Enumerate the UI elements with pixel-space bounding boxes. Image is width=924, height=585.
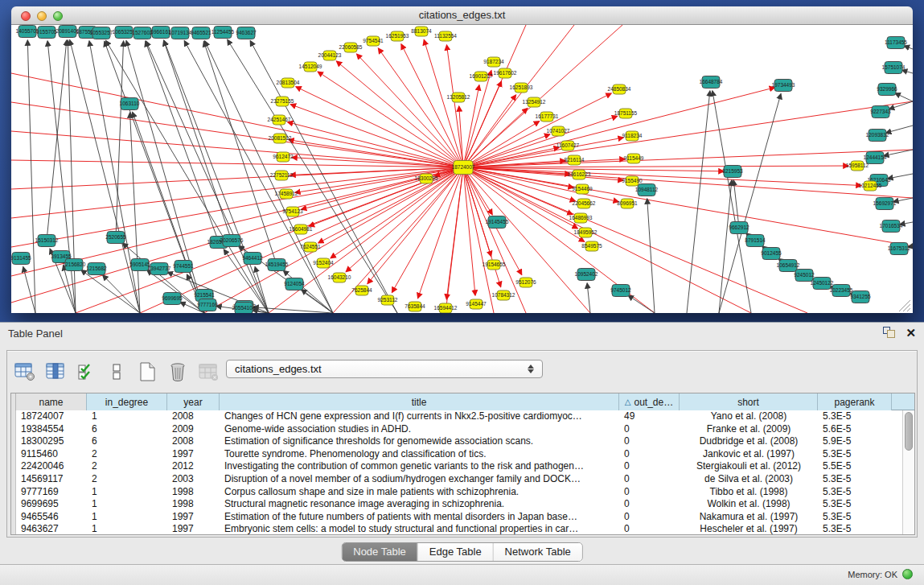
graph-edge[interactable]: [733, 180, 739, 228]
table-cell-year[interactable]: 2008: [167, 410, 220, 423]
table-cell-title[interactable]: Disruption of a novel member of a sodium…: [220, 473, 619, 486]
table-cell-name[interactable]: 19384554: [16, 423, 87, 436]
table-cell-name[interactable]: 18300295: [16, 435, 87, 448]
table-cell-pagerank[interactable]: 5.3E-5: [818, 498, 892, 511]
table-cell-short[interactable]: Franke et al. (2009): [680, 423, 818, 436]
table-cell-out_de[interactable]: 0: [619, 498, 680, 511]
graph-edge[interactable]: [283, 270, 333, 313]
graph-edge[interactable]: [290, 105, 463, 167]
graph-edge[interactable]: [446, 45, 463, 167]
table-cell-title[interactable]: Genome-wide association studies in ADHD.: [220, 423, 619, 436]
table-cell-pagerank[interactable]: 5.9E-5: [818, 435, 892, 448]
table-cell-title[interactable]: Corpus callosum shape and size in male p…: [220, 486, 619, 499]
graph-edge[interactable]: [647, 199, 655, 313]
graph-edge[interactable]: [11, 131, 463, 167]
table-cell-year[interactable]: 2009: [167, 423, 220, 436]
table-row[interactable]: 946554611997Estimation of the future num…: [11, 511, 914, 524]
graph-edge[interactable]: [463, 25, 622, 167]
graph-edge[interactable]: [164, 40, 232, 241]
table-cell-out_de[interactable]: 0: [619, 511, 680, 524]
table-cell-in_degree[interactable]: 1: [87, 410, 167, 423]
table-cell-name[interactable]: 18724007: [16, 410, 87, 423]
column-header-year[interactable]: year: [167, 393, 220, 410]
graph-edge[interactable]: [888, 174, 913, 179]
table-cell-year[interactable]: 1997: [167, 523, 220, 535]
graph-edge[interactable]: [463, 95, 516, 167]
table-cell-short[interactable]: Stergiakouli et al. (2012): [680, 460, 818, 473]
graph-edge[interactable]: [463, 88, 774, 167]
table-column-icon[interactable]: [43, 359, 68, 385]
table-cell-in_degree[interactable]: 2: [87, 448, 167, 461]
table-cell-title[interactable]: Estimation of significance thresholds fo…: [220, 435, 619, 448]
graph-edge[interactable]: [368, 167, 463, 284]
graph-edge[interactable]: [205, 41, 333, 313]
close-icon[interactable]: ✕: [906, 327, 916, 339]
graph-edge[interactable]: [401, 44, 463, 167]
table-cell-pagerank[interactable]: 5.3E-5: [818, 486, 892, 499]
table-cell-title[interactable]: Structural magnetic resonance image aver…: [220, 498, 619, 511]
graph-edge[interactable]: [463, 167, 577, 229]
table-cell-in_degree[interactable]: 6: [87, 435, 167, 448]
table-cell-title[interactable]: Investigating the contribution of common…: [220, 460, 619, 473]
table-row[interactable]: 911546021997Tourette syndrome. Phenomeno…: [11, 448, 914, 461]
graph-edge[interactable]: [446, 167, 463, 313]
graph-edge[interactable]: [302, 290, 333, 313]
tab-network-table[interactable]: Network Table: [494, 543, 582, 561]
scrollbar-thumb[interactable]: [905, 412, 913, 451]
table-cell-year[interactable]: 1997: [167, 448, 220, 461]
table-cell-name[interactable]: 9777169: [16, 486, 87, 499]
column-header-out_de[interactable]: △out_de…: [619, 393, 680, 410]
graph-edge[interactable]: [889, 101, 913, 109]
graph-edge[interactable]: [886, 126, 913, 133]
float-window-icon[interactable]: [883, 327, 896, 339]
graph-edge[interactable]: [463, 166, 848, 167]
table-cell-in_degree[interactable]: 1: [87, 498, 167, 511]
graph-edge[interactable]: [687, 91, 710, 313]
vertical-scrollbar[interactable]: [902, 410, 914, 534]
table-cell-short[interactable]: Jankovic et al. (1997): [680, 448, 818, 461]
graph-edge[interactable]: [463, 167, 913, 246]
row-checks-icon[interactable]: [73, 359, 99, 385]
graph-edge[interactable]: [23, 267, 35, 313]
table-cell-year[interactable]: 2008: [167, 435, 220, 448]
graph-edge[interactable]: [719, 94, 781, 313]
table-cell-in_degree[interactable]: 1: [87, 486, 167, 499]
graph-edge[interactable]: [587, 283, 590, 313]
table-cell-short[interactable]: de Silva et al. (2003): [680, 473, 818, 486]
graph-edge[interactable]: [463, 116, 618, 167]
table-cell-name[interactable]: 9465546: [16, 511, 87, 524]
network-canvas[interactable]: 1405570591557052089140618755021105532571…: [11, 25, 913, 313]
table-row[interactable]: 1830029562008Estimation of significance …: [11, 435, 914, 448]
graph-edge[interactable]: [318, 72, 463, 167]
graph-edge[interactable]: [81, 270, 140, 313]
graph-edge[interactable]: [336, 61, 463, 167]
table-cell-pagerank[interactable]: 5.3E-5: [818, 473, 892, 486]
table-row[interactable]: 1872400712008Changes of HCN gene express…: [11, 410, 914, 423]
table-cell-name[interactable]: 22420046: [16, 460, 87, 473]
graph-edge[interactable]: [424, 40, 463, 167]
table-cell-pagerank[interactable]: 5.3E-5: [818, 448, 892, 461]
table-cell-title[interactable]: Changes of HCN gene expression and I(f) …: [220, 410, 619, 423]
table-row[interactable]: 1456911722003Disruption of a novel membe…: [11, 473, 914, 486]
table-row[interactable]: 977716911998Corpus callosum shape and si…: [11, 486, 914, 499]
graph-edge[interactable]: [628, 295, 655, 313]
table-cell-year[interactable]: 1998: [167, 498, 220, 511]
table-cell-out_de[interactable]: 0: [619, 460, 680, 473]
column-header-name[interactable]: name: [16, 393, 87, 410]
table-cell-in_degree[interactable]: 2: [87, 473, 167, 486]
memory-status-indicator[interactable]: [902, 569, 913, 579]
table-cell-out_de[interactable]: 0: [619, 435, 680, 448]
table-cell-short[interactable]: Wolkin et al. (1998): [680, 498, 818, 511]
table-cell-year[interactable]: 2003: [167, 473, 220, 486]
table-cell-title[interactable]: Embryonic stem cells: a model to study s…: [220, 523, 619, 535]
table-settings-icon[interactable]: [12, 359, 38, 385]
table-cell-in_degree[interactable]: 2: [87, 460, 167, 473]
graph-edge[interactable]: [47, 40, 67, 241]
table-cell-out_de[interactable]: 0: [619, 473, 680, 486]
column-header-pagerank[interactable]: pagerank: [818, 393, 892, 410]
graph-edge[interactable]: [418, 167, 463, 299]
column-header-in_degree[interactable]: in_degree: [87, 393, 167, 410]
rows-icon[interactable]: [104, 359, 129, 385]
graph-edge[interactable]: [184, 41, 333, 313]
table-row[interactable]: 1938455462009Genome-wide association stu…: [11, 423, 914, 436]
